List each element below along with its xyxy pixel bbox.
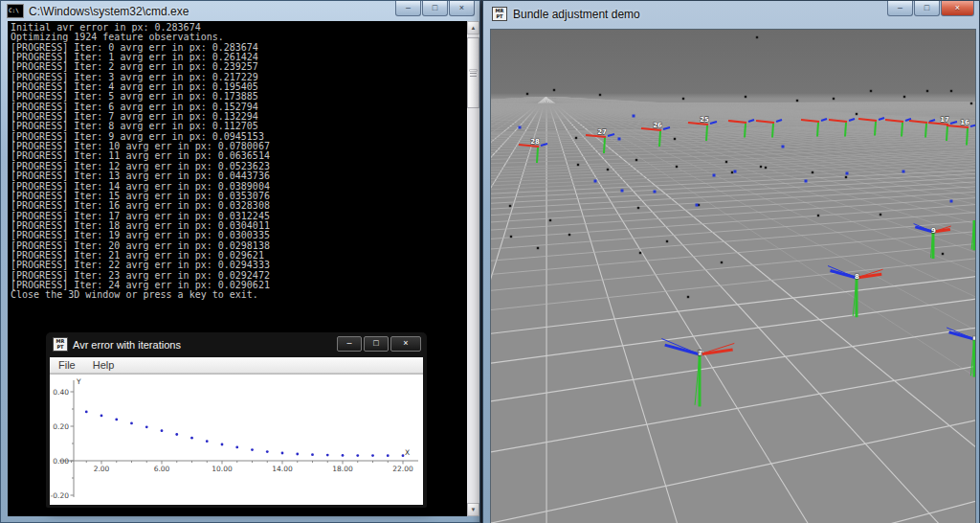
camera-label: 7 [698, 350, 702, 357]
camera-label: 26 [653, 122, 662, 129]
plot-caption-buttons: – □ × [337, 336, 421, 352]
feature-point-blue [846, 172, 849, 175]
svg-text:2.00: 2.00 [94, 465, 110, 473]
minimize-button[interactable]: – [395, 1, 421, 16]
feature-point [845, 176, 847, 178]
minimize-button[interactable]: – [337, 336, 362, 352]
feature-point [870, 90, 872, 92]
feature-point [721, 262, 723, 263]
feature-point-blue [633, 115, 635, 118]
feature-point [637, 207, 639, 209]
feature-point [568, 234, 570, 236]
feature-point [687, 296, 689, 298]
feature-point [676, 166, 678, 168]
feature-point [549, 219, 551, 221]
scroll-down-icon[interactable]: ▼ [467, 503, 479, 516]
close-button[interactable]: × [390, 336, 421, 352]
svg-text:14.00: 14.00 [272, 465, 293, 473]
console-output: Initial avr error in px: 0.283674 Optimi… [8, 21, 467, 301]
feature-point [537, 247, 539, 249]
cmd-window-title: C:\Windows\system32\cmd.exe [29, 5, 189, 18]
maximize-button[interactable]: □ [364, 336, 389, 352]
feature-point [599, 94, 601, 96]
svg-text:22.00: 22.00 [392, 465, 413, 473]
plot-window-title: Avr error with iterations [73, 339, 181, 351]
plot-window: MR PT Avr error with iterations – □ × Fi… [46, 332, 427, 508]
plot-titlebar[interactable]: MR PT Avr error with iterations [53, 337, 181, 352]
minimize-button[interactable]: – [887, 1, 913, 16]
console-scrollbar[interactable]: ▲ ▼ [467, 21, 479, 516]
ba-caption-buttons: – □ × [886, 1, 974, 16]
ground-grid [491, 97, 975, 523]
3d-scene: 282726251716987 [491, 30, 975, 523]
feature-point-blue [734, 171, 737, 173]
feature-point [666, 240, 668, 242]
camera-label: 27 [597, 128, 607, 136]
feature-point [950, 90, 952, 92]
cmd-titlebar[interactable]: C:\ C:\Windows\system32\cmd.exe [7, 4, 189, 18]
feature-point [553, 89, 555, 91]
feature-point [682, 98, 684, 100]
camera-label: 25 [700, 116, 709, 124]
feature-point [510, 236, 512, 238]
feature-point-blue [950, 200, 953, 203]
feature-point [760, 166, 762, 168]
mrpt-icon: MR PT [492, 7, 507, 21]
feature-point [926, 90, 928, 92]
feature-point [765, 167, 767, 169]
mrpt-icon: MR PT [53, 337, 68, 352]
feature-point-blue [621, 190, 624, 193]
feature-point-blue [805, 180, 808, 183]
error-scatter-plot: 2.006.0010.0014.0018.0022.000.400.200.00… [50, 375, 423, 505]
camera-label: 8 [855, 273, 859, 281]
3d-viewport[interactable]: 282726251716987 [490, 29, 976, 523]
maximize-button[interactable]: □ [422, 1, 448, 16]
scroll-up-icon[interactable]: ▲ [467, 21, 479, 34]
cmd-caption-buttons: – □ × [394, 1, 475, 16]
desktop: { "cmd_window": { "title": "C:\\Windows\… [0, 0, 980, 523]
scrollbar-thumb[interactable] [467, 37, 479, 108]
svg-text:0.00: 0.00 [53, 457, 69, 466]
feature-point [856, 113, 858, 115]
feature-point [635, 159, 637, 161]
svg-text:10.00: 10.00 [212, 465, 233, 473]
svg-text:-0.20: -0.20 [51, 491, 70, 500]
feature-point [970, 102, 972, 104]
feature-point [942, 253, 944, 255]
feature-point [833, 98, 835, 100]
feature-point [903, 96, 905, 98]
svg-text:X: X [405, 448, 410, 457]
camera-label: 17 [940, 116, 949, 124]
feature-point-blue [594, 180, 597, 183]
feature-point [817, 215, 819, 216]
plot-area[interactable]: 2.006.0010.0014.0018.0022.000.400.200.00… [50, 374, 423, 505]
feature-point-blue [519, 126, 522, 129]
feature-point-blue [618, 138, 621, 141]
svg-text:18.00: 18.00 [332, 465, 353, 473]
close-button[interactable]: × [449, 1, 475, 16]
feature-point [796, 100, 798, 102]
feature-point [526, 93, 528, 95]
svg-text:6.00: 6.00 [154, 465, 170, 473]
close-button[interactable]: × [941, 1, 974, 16]
feature-point [745, 96, 746, 98]
feature-point [756, 36, 758, 38]
feature-point-blue [713, 174, 716, 177]
feature-point [731, 171, 733, 173]
feature-point-blue [654, 191, 657, 193]
maximize-button[interactable]: □ [914, 1, 940, 16]
menu-file[interactable]: File [50, 359, 84, 371]
svg-text:Y: Y [76, 377, 81, 386]
camera-label: 9 [931, 227, 936, 235]
menu-help[interactable]: Help [84, 359, 123, 371]
feature-point-blue [782, 146, 785, 148]
bundle-adjustment-window: MR PT Bundle adjustment demo – □ × 28272… [482, 0, 980, 523]
feature-point [509, 205, 511, 207]
ba-window-title: Bundle adjustment demo [513, 8, 640, 21]
cmd-icon: C:\ [7, 4, 24, 18]
camera-label: 28 [530, 138, 540, 146]
plot-menubar: File Help [50, 357, 423, 374]
feature-point [880, 214, 881, 216]
ba-titlebar[interactable]: MR PT Bundle adjustment demo [492, 7, 640, 21]
svg-text:0.40: 0.40 [53, 388, 69, 397]
